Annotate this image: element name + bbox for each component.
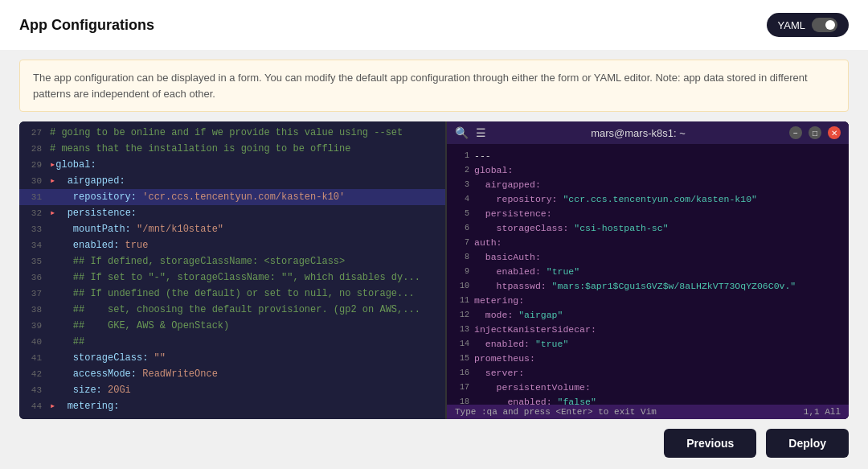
terminal-line-number: 10	[455, 279, 474, 294]
editor-line: 33 mountPath: "/mnt/k10state"	[19, 221, 445, 237]
terminal-line-number: 6	[455, 221, 474, 236]
line-content: ## If defined, storageClassName: <storag…	[50, 253, 445, 269]
terminal-line-content: enabled: "false"	[474, 395, 596, 405]
terminal-title: mars@mars-k8s1: ~	[493, 127, 783, 139]
terminal-line-number: 15	[455, 352, 474, 366]
line-number: 39	[19, 318, 50, 334]
line-content: ▸ persistence:	[50, 205, 445, 221]
terminal-line-content: metering:	[474, 294, 524, 308]
page-title: App Configurations	[19, 17, 154, 34]
terminal-close-button[interactable]: ✕	[828, 126, 841, 139]
terminal-line-content: enabled: "true"	[474, 337, 568, 352]
terminal-line: 16 server:	[455, 366, 841, 381]
yaml-toggle[interactable]: YAML	[767, 13, 849, 37]
terminal-line: 14 enabled: "true"	[455, 337, 841, 352]
line-content: ## GKE, AWS & OpenStack)	[50, 318, 445, 334]
deploy-button[interactable]: Deploy	[766, 429, 849, 458]
terminal-line: 5 persistence:	[455, 207, 841, 221]
terminal-line-content: storageClass: "csi-hostpath-sc"	[474, 221, 669, 236]
line-content: ## If undefined (the default) or set to …	[50, 286, 445, 302]
editor-line: 41 storageClass: ""	[19, 350, 445, 366]
editor-line: 32▸ persistence:	[19, 205, 445, 221]
terminal[interactable]: 🔍 ☰ mars@mars-k8s1: ~ − □ ✕ 1---2global:…	[445, 121, 849, 419]
terminal-line-number: 14	[455, 337, 474, 352]
line-number: 28	[19, 141, 50, 157]
editor-line: 27# going to be online and if we provide…	[19, 125, 445, 141]
yaml-toggle-switch[interactable]	[812, 18, 837, 32]
info-text: The app configuration can be displayed i…	[33, 72, 808, 100]
terminal-line: 13injectKanisterSidecar:	[455, 323, 841, 337]
terminal-line-content: global:	[474, 163, 513, 178]
terminal-line-number: 11	[455, 294, 474, 308]
info-banner: The app configuration can be displayed i…	[19, 60, 849, 112]
line-number: 32	[19, 205, 50, 221]
terminal-line: 6 storageClass: "csi-hostpath-sc"	[455, 221, 841, 236]
line-content: size: 20Gi	[50, 382, 445, 398]
editor-line: 37 ## If undefined (the default) or set …	[19, 286, 445, 302]
editor-line: 44▸ metering:	[19, 398, 445, 414]
line-number: 31	[19, 189, 50, 205]
line-content: # means that the installation is going t…	[50, 141, 445, 157]
yaml-editor[interactable]: 27# going to be online and if we provide…	[19, 121, 445, 419]
line-number: 34	[19, 237, 50, 253]
footer: Previous Deploy	[0, 419, 868, 467]
line-content: storageClass: ""	[50, 350, 445, 366]
line-content: ▸global:	[50, 157, 445, 173]
terminal-line-content: injectKanisterSidecar:	[474, 323, 596, 337]
terminal-line-number: 4	[455, 192, 474, 207]
terminal-line-number: 9	[455, 265, 474, 279]
line-content: ▸ metering:	[50, 398, 445, 414]
line-number: 33	[19, 221, 50, 237]
terminal-status-right: 1,1 All	[804, 407, 841, 417]
editor-line: 43 size: 20Gi	[19, 382, 445, 398]
line-content: ▸ airgapped:	[50, 173, 445, 189]
terminal-line: 7auth:	[455, 236, 841, 250]
editor-line: 40 ##	[19, 334, 445, 350]
terminal-line-number: 16	[455, 366, 474, 381]
terminal-line: 17 persistentVolume:	[455, 381, 841, 395]
editor-line: 42 accessMode: ReadWriteOnce	[19, 366, 445, 382]
editor-line: 30▸ airgapped:	[19, 173, 445, 189]
terminal-line-number: 17	[455, 381, 474, 395]
terminal-line: 15prometheus:	[455, 352, 841, 366]
editor-line: 29▸global:	[19, 157, 445, 173]
header: App Configurations YAML	[0, 0, 868, 50]
terminal-maximize-button[interactable]: □	[809, 126, 821, 139]
terminal-line-content: repository: "ccr.ccs.tencentyun.com/kast…	[474, 192, 757, 207]
terminal-menu-button[interactable]: ☰	[474, 126, 487, 139]
terminal-line: 12 mode: "airgap"	[455, 308, 841, 323]
terminal-line: 2global:	[455, 163, 841, 178]
terminal-line-number: 8	[455, 250, 474, 265]
line-number: 30	[19, 173, 50, 189]
terminal-line-number: 12	[455, 308, 474, 323]
terminal-line: 10 htpasswd: "mars:$apr1$Cgu1sGVZ$w/8aLH…	[455, 279, 841, 294]
terminal-line-content: enabled: "true"	[474, 265, 579, 279]
line-number: 42	[19, 366, 50, 382]
editor-line: 36 ## If set to "-", storageClassName: "…	[19, 269, 445, 286]
previous-button[interactable]: Previous	[664, 429, 756, 458]
terminal-search-button[interactable]: 🔍	[455, 126, 468, 139]
yaml-label: YAML	[778, 19, 805, 31]
terminal-line: 11metering:	[455, 294, 841, 308]
line-content: ## If set to "-", storageClassName: "", …	[50, 269, 445, 286]
terminal-minimize-button[interactable]: −	[789, 126, 802, 139]
terminal-line-content: server:	[474, 366, 524, 381]
terminal-line: 18 enabled: "false"	[455, 395, 841, 405]
terminal-line-number: 18	[455, 395, 474, 405]
terminal-line-content: auth:	[474, 236, 502, 250]
terminal-body[interactable]: 1---2global:3 airgapped:4 repository: "c…	[447, 144, 849, 405]
terminal-line: 8 basicAuth:	[455, 250, 841, 265]
terminal-status: Type :qa and press <Enter> to exit Vim 1…	[447, 405, 849, 419]
line-number: 37	[19, 286, 50, 302]
line-number: 40	[19, 334, 50, 350]
terminal-line-content: ---	[474, 149, 491, 163]
line-content: enabled: true	[50, 237, 445, 253]
editor-line: 34 enabled: true	[19, 237, 445, 253]
editor-line: 35 ## If defined, storageClassName: <sto…	[19, 253, 445, 269]
line-number: 27	[19, 125, 50, 141]
terminal-line-content: mode: "airgap"	[474, 308, 563, 323]
terminal-line: 3 airgapped:	[455, 178, 841, 192]
line-number: 44	[19, 398, 50, 414]
editor-line: 39 ## GKE, AWS & OpenStack)	[19, 318, 445, 334]
terminal-line: 9 enabled: "true"	[455, 265, 841, 279]
